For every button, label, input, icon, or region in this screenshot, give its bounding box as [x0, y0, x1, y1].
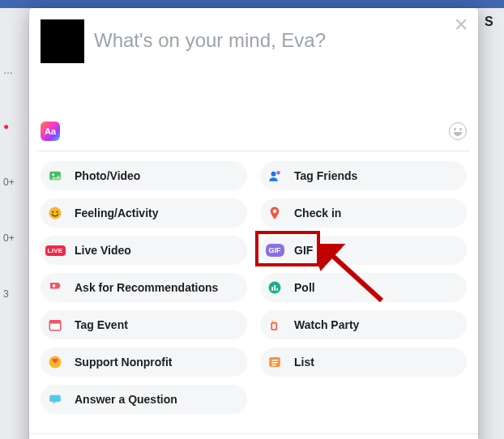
- svg-rect-20: [271, 362, 278, 364]
- gif-icon: GIF: [265, 241, 284, 260]
- option-label: Tag Friends: [294, 169, 357, 182]
- close-icon[interactable]: ✕: [454, 16, 468, 34]
- checkin-icon: [265, 203, 284, 223]
- post-options-grid: Photo/VideoTag FriendsFeeling/ActivityCh…: [41, 161, 467, 433]
- left-rail-hint: …●0+0+3: [3, 65, 26, 300]
- watch-party-icon: [265, 315, 284, 335]
- svg-point-7: [273, 210, 277, 214]
- option-label: Check in: [294, 207, 341, 220]
- emoji-picker-icon[interactable]: [449, 122, 467, 140]
- fb-top-bar: [0, 0, 504, 8]
- question-icon: [45, 390, 65, 409]
- option-label: GIF: [294, 244, 313, 257]
- tag-friends-icon: [265, 166, 284, 185]
- option-support-nonprofit[interactable]: Support Nonprofit: [41, 347, 247, 377]
- option-label: Ask for Recommendations: [75, 281, 218, 294]
- svg-rect-11: [274, 285, 275, 291]
- svg-rect-14: [49, 321, 61, 324]
- option-label: Tag Event: [75, 318, 128, 331]
- option-tag-friends[interactable]: Tag Friends: [260, 161, 467, 190]
- svg-point-2: [271, 172, 276, 177]
- avatar: [41, 19, 84, 63]
- svg-point-6: [57, 211, 58, 212]
- composer-tools-row: Aa: [41, 76, 467, 151]
- option-label: Poll: [294, 281, 315, 294]
- option-label: List: [294, 356, 314, 369]
- feeling-icon: [45, 203, 65, 223]
- svg-point-3: [276, 171, 280, 175]
- composer-footer: News Feed Friends ▼: [29, 433, 478, 439]
- option-watch-party[interactable]: Watch Party: [260, 310, 467, 339]
- option-gif[interactable]: GIFGIF: [260, 236, 467, 265]
- option-answer-question[interactable]: Answer a Question: [41, 385, 247, 414]
- svg-rect-21: [271, 364, 275, 366]
- svg-point-5: [52, 211, 53, 212]
- post-composer-modal: ✕ What's on your mind, Eva? Aa Photo/Vid…: [29, 8, 478, 439]
- option-feeling-activity[interactable]: Feeling/Activity: [41, 198, 247, 228]
- event-icon: [45, 315, 65, 335]
- option-live-video[interactable]: LIVELive Video: [41, 236, 247, 265]
- divider: [37, 151, 470, 151]
- option-label: Support Nonprofit: [75, 356, 173, 369]
- poll-icon: [265, 278, 284, 297]
- option-label: Live Video: [75, 244, 131, 257]
- list-icon: [265, 352, 284, 372]
- photo-icon: [45, 166, 65, 185]
- svg-rect-16: [272, 324, 276, 330]
- right-rail-hint: S: [485, 15, 504, 29]
- option-label: Watch Party: [294, 318, 359, 331]
- background-picker-icon[interactable]: Aa: [41, 121, 60, 141]
- option-label: Photo/Video: [75, 169, 140, 182]
- svg-rect-19: [271, 360, 278, 361]
- svg-point-1: [52, 173, 54, 176]
- svg-rect-12: [276, 288, 278, 291]
- svg-rect-10: [271, 287, 273, 291]
- option-photo-video[interactable]: Photo/Video: [41, 161, 247, 190]
- nonprofit-icon: [45, 352, 65, 372]
- option-tag-event[interactable]: Tag Event: [41, 310, 247, 339]
- option-poll[interactable]: Poll: [260, 273, 467, 302]
- live-icon: LIVE: [45, 241, 65, 260]
- option-recommendations[interactable]: Ask for Recommendations: [41, 273, 247, 302]
- svg-point-4: [49, 207, 62, 220]
- recommend-icon: [45, 278, 65, 297]
- option-check-in[interactable]: Check in: [260, 198, 467, 228]
- option-label: Answer a Question: [75, 393, 177, 406]
- option-label: Feeling/Activity: [75, 207, 158, 220]
- composer-header: What's on your mind, Eva?: [41, 19, 467, 76]
- option-list[interactable]: List: [260, 347, 467, 377]
- svg-point-8: [53, 284, 56, 288]
- composer-input[interactable]: What's on your mind, Eva?: [94, 19, 326, 52]
